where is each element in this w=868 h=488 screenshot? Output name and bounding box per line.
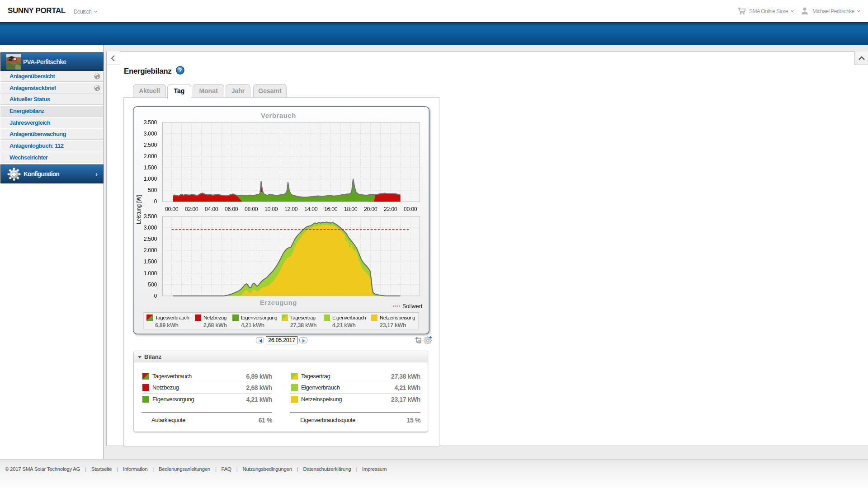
svg-text:4,21 kWh: 4,21 kWh [332,322,356,328]
svg-text:2.500: 2.500 [144,142,157,148]
svg-text:1.500: 1.500 [144,164,157,171]
svg-text:3.000: 3.000 [144,225,157,231]
svg-text:6,89 kWh: 6,89 kWh [155,322,179,328]
svg-text:2,68 kWh: 2,68 kWh [203,322,227,328]
svg-text:06:00: 06:00 [225,206,238,212]
svg-text:10:00: 10:00 [264,206,278,212]
svg-text:2.500: 2.500 [144,236,157,242]
svg-text:02:00: 02:00 [185,206,198,212]
svg-text:3.500: 3.500 [144,119,157,126]
svg-text:500: 500 [148,187,157,193]
svg-text:08:00: 08:00 [245,206,258,212]
svg-text:23,17 kWh: 23,17 kWh [380,322,406,328]
svg-text:18:00: 18:00 [344,206,358,212]
svg-text:Tagesverbrauch: Tagesverbrauch [155,315,189,320]
svg-text:4,21 kWh: 4,21 kWh [241,322,264,328]
svg-text:0: 0 [154,293,157,299]
svg-text:0: 0 [154,198,157,205]
svg-text:1.500: 1.500 [144,258,157,265]
svg-text:2.000: 2.000 [144,247,157,253]
svg-text:Sollwert: Sollwert [402,303,423,310]
svg-text:Eigenversorgung: Eigenversorgung [241,315,277,320]
svg-text:14:00: 14:00 [304,206,318,212]
svg-text:Verbrauch: Verbrauch [261,112,296,119]
svg-text:22:00: 22:00 [384,206,397,212]
svg-text:27,38 kWh: 27,38 kWh [290,322,316,328]
svg-text:Eigenverbrauch: Eigenverbrauch [332,315,366,320]
svg-text:3.000: 3.000 [144,131,157,137]
svg-text:Tagesertrag: Tagesertrag [290,315,316,320]
svg-text:Netzeinspeisung: Netzeinspeisung [380,315,415,320]
svg-text:04:00: 04:00 [205,206,218,212]
svg-text:500: 500 [148,282,157,288]
svg-text:?: ? [179,67,182,74]
svg-text:12:00: 12:00 [284,206,298,212]
svg-text:Erzeugung: Erzeugung [260,299,297,306]
svg-text:16:00: 16:00 [324,206,338,212]
svg-text:2.000: 2.000 [144,153,157,160]
svg-text:Netzbezug: Netzbezug [203,315,226,320]
svg-text:00:00: 00:00 [165,206,179,212]
svg-text:20:00: 20:00 [364,206,377,212]
svg-text:1.000: 1.000 [144,176,157,182]
svg-text:1.000: 1.000 [144,270,157,277]
svg-text:00:00: 00:00 [404,206,417,212]
svg-text:Leistung [W]: Leistung [W] [136,195,142,225]
svg-text:3.500: 3.500 [144,213,157,220]
